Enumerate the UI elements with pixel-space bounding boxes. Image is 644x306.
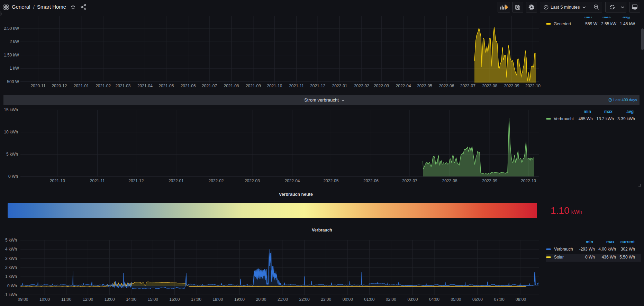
svg-text:07:00: 07:00 [494, 297, 505, 302]
svg-text:14:00: 14:00 [126, 297, 136, 302]
svg-text:2022-08: 2022-08 [442, 178, 457, 183]
svg-text:09:00: 09:00 [18, 297, 28, 302]
svg-text:13:00: 13:00 [105, 297, 115, 302]
svg-text:21:00: 21:00 [278, 297, 288, 302]
svg-text:05:00: 05:00 [451, 297, 461, 302]
svg-text:2022-09: 2022-09 [504, 84, 519, 88]
svg-text:2021-12: 2021-12 [310, 84, 325, 88]
svg-text:2021-10: 2021-10 [267, 84, 282, 88]
svg-text:18:00: 18:00 [212, 297, 223, 302]
svg-text:2022-03: 2022-03 [245, 178, 260, 183]
svg-text:04:00: 04:00 [429, 297, 439, 302]
svg-text:2020-12: 2020-12 [52, 84, 67, 88]
svg-text:19:00: 19:00 [234, 297, 245, 302]
svg-text:2022-01: 2022-01 [169, 178, 184, 183]
svg-text:2021-04: 2021-04 [137, 84, 153, 88]
svg-text:15 kWh: 15 kWh [4, 107, 18, 112]
svg-text:2021-03: 2021-03 [115, 84, 130, 88]
svg-text:2021-08: 2021-08 [224, 84, 239, 88]
svg-text:0 Wh: 0 Wh [8, 174, 18, 179]
svg-text:2022-07: 2022-07 [402, 178, 417, 183]
svg-text:1 kW: 1 kW [10, 66, 19, 71]
svg-text:03:00: 03:00 [407, 297, 418, 302]
svg-text:2022-10: 2022-10 [521, 178, 536, 183]
svg-text:2022-05: 2022-05 [417, 84, 432, 88]
svg-text:2 kWh: 2 kWh [5, 265, 17, 270]
svg-text:00:00: 00:00 [343, 297, 353, 302]
svg-text:2022-07: 2022-07 [460, 84, 475, 88]
svg-text:2021-11: 2021-11 [90, 178, 105, 183]
svg-text:500 W: 500 W [7, 79, 19, 84]
svg-text:2022-06: 2022-06 [363, 178, 379, 183]
svg-text:06:00: 06:00 [472, 297, 483, 302]
svg-text:2022-10: 2022-10 [525, 84, 541, 88]
svg-text:1 kWh: 1 kWh [5, 274, 17, 279]
svg-text:2022-02: 2022-02 [354, 84, 369, 88]
svg-text:5 kWh: 5 kWh [5, 238, 17, 243]
svg-text:17:00: 17:00 [191, 297, 201, 302]
svg-text:16:00: 16:00 [169, 297, 180, 302]
svg-text:01:00: 01:00 [364, 297, 374, 302]
svg-text:2021-06: 2021-06 [181, 84, 196, 88]
svg-text:2021-05: 2021-05 [158, 84, 174, 88]
svg-text:2021-07: 2021-07 [202, 84, 217, 88]
svg-text:1.50 kW: 1.50 kW [4, 53, 19, 58]
svg-text:2022-06: 2022-06 [439, 84, 454, 88]
svg-text:10 kWh: 10 kWh [4, 130, 18, 134]
svg-text:22:00: 22:00 [299, 297, 310, 302]
svg-text:2021-02: 2021-02 [96, 84, 111, 88]
svg-text:15:00: 15:00 [148, 297, 158, 302]
svg-text:2021-01: 2021-01 [74, 84, 89, 88]
svg-text:11:00: 11:00 [61, 297, 71, 302]
svg-text:2022-04: 2022-04 [284, 178, 300, 183]
svg-text:2022-05: 2022-05 [323, 178, 338, 183]
svg-text:20:00: 20:00 [256, 297, 266, 302]
svg-text:12:00: 12:00 [83, 297, 93, 302]
svg-text:2022-08: 2022-08 [482, 84, 497, 88]
svg-text:2021-09: 2021-09 [246, 84, 261, 88]
svg-text:10:00: 10:00 [39, 297, 50, 302]
svg-text:5 kWh: 5 kWh [6, 152, 18, 157]
svg-text:2022-02: 2022-02 [208, 178, 224, 183]
svg-text:2022-03: 2022-03 [374, 84, 389, 88]
svg-text:4 kWh: 4 kWh [5, 247, 17, 252]
svg-text:23:00: 23:00 [321, 297, 331, 302]
svg-text:2021-11: 2021-11 [289, 84, 304, 88]
svg-text:2022-09: 2022-09 [482, 178, 497, 183]
svg-text:2 kW: 2 kW [10, 39, 19, 44]
svg-text:2022-04: 2022-04 [396, 84, 411, 88]
svg-text:3 kWh: 3 kWh [5, 256, 17, 261]
svg-text:08:00: 08:00 [516, 297, 526, 302]
svg-text:2020-11: 2020-11 [30, 84, 45, 88]
svg-text:02:00: 02:00 [386, 297, 396, 302]
svg-text:2021-10: 2021-10 [50, 178, 65, 183]
svg-text:2022-01: 2022-01 [332, 84, 347, 88]
svg-text:0 Wh: 0 Wh [7, 283, 17, 288]
svg-text:2021-12: 2021-12 [128, 178, 144, 183]
svg-text:2.50 kW: 2.50 kW [4, 26, 19, 31]
svg-text:-1 kWh: -1 kWh [4, 292, 17, 297]
